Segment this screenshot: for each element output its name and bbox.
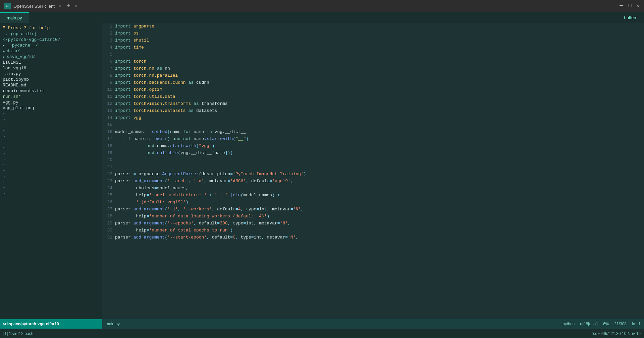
sidebar-tilde-13: ~ [0,179,102,185]
table-row: 30 help='number of total epochs to run') [102,227,644,234]
sidebar-tilde-11: ~ [0,168,102,174]
sidebar-tilde-5: ~ [0,134,102,139]
sidebar-item-plot-ipynb[interactable]: plot.ipynb [0,77,102,82]
sidebar-item-parent[interactable]: .. (up a dir) [0,31,102,37]
table-row: 13import torchvision.datasets as dataset… [102,107,644,114]
position-indicator: 21/308 [614,322,627,326]
table-row: 19 and callable(vgg.__dict__[name])) [102,149,644,156]
editor-area: " Press ? for help .. (up a dir) </pytor… [0,23,644,319]
window-controls: — □ ✕ [620,3,640,9]
tabbar: main.py buffers [0,12,644,23]
table-row: 4import time [102,44,644,51]
minimize-button[interactable]: — [620,3,623,9]
sidebar-hint: " Press ? for help [0,25,102,31]
table-row: 12import torchvision.transforms as trans… [102,100,644,107]
sidebar-tilde-8: ~ [0,151,102,156]
sidebar-item-save-vgg16[interactable]: save_vgg16/ [0,54,102,60]
sidebar-tilde-15: ~ [0,191,102,196]
sidebar-tilde-14: ~ [0,185,102,191]
table-row: 9import torch.backends.cudnn as cudnn [102,79,644,86]
tab-info: [1] 1:vim* 2:bash- [3,331,35,336]
table-row: 1import argparse [102,23,644,30]
new-tab-button[interactable]: + [65,3,72,9]
sidebar-item-pycache[interactable]: __pycache__/ [0,43,102,48]
sidebar-item-readme[interactable]: README.md [0,82,102,88]
table-row: 8import torch.nn.parallel [102,72,644,79]
table-row: 3import shutil [102,37,644,44]
tab-label: main.py [7,15,22,20]
sidebar-item-current-dir: </pytorch-vgg-cifar10/ [0,37,102,43]
titlebar: S OpenSSH SSH client ✕ + ∨ — □ ✕ [0,0,644,12]
sidebar-tilde-9: ~ [0,156,102,162]
sidebar-tilde-6: ~ [0,139,102,145]
table-row: 21 [102,163,644,171]
table-row: 27parser.add_argument('-j', '--workers',… [102,206,644,213]
sidebar-item-vgg-py[interactable]: vgg.py [0,99,102,105]
table-row: 29parser.add_argument('--epochs', defaul… [102,220,644,227]
table-row: 24 choices=model_names, [102,185,644,192]
code-editor[interactable]: 1import argparse 2import os 3import shut… [102,23,644,319]
table-row: 7import torch.nn as nn [102,65,644,72]
tab-main-py[interactable]: main.py [0,12,29,23]
sidebar-item-log-vgg16[interactable]: log_vgg16 [0,65,102,71]
sidebar-item-vgg-plot[interactable]: vgg_plot.png [0,105,102,111]
column-indicator: ln : 1 [632,322,641,326]
encoding-indicator: utf-8[unix] [580,322,598,326]
sidebar-item-run-sh[interactable]: run.sh* [0,94,102,99]
sidebar-item-requirements[interactable]: requirements.txt [0,88,102,94]
lower-status-bar: <rkspace/pytorch-vgg-cifar10 main.py pyt… [0,319,644,329]
sidebar-tilde-1: ~ [0,111,102,117]
sidebar-item-license[interactable]: LICENSE [0,60,102,65]
sidebar-path: <rkspace/pytorch-vgg-cifar10 [0,319,102,329]
editor-status-bar: main.py python utf-8[unix] 6% 21/308 ln … [102,319,644,329]
tab-close-button[interactable]: ✕ [57,3,63,9]
sidebar-tilde-7: ~ [0,145,102,151]
table-row: 22parser = argparse.ArgumentParser(descr… [102,171,644,178]
close-button[interactable]: ✕ [637,3,640,9]
table-row: 10import torch.optim [102,86,644,93]
sidebar-tilde-10: ~ [0,162,102,168]
editor-status-info: python utf-8[unix] 6% 21/308 ln : 1 [562,322,641,326]
table-row: 2import os [102,30,644,37]
table-row: 26 ' (default: vgg19)') [102,199,644,206]
table-row: 16model_names = sorted(name for name in … [102,128,644,135]
sidebar-tilde-3: ~ [0,122,102,128]
editor-filename: main.py [106,322,120,326]
sidebar-tilde-2: ~ [0,117,102,122]
table-row: 17 if name.islower() and not name.starts… [102,135,644,142]
code-lines: 1import argparse 2import os 3import shut… [102,23,644,241]
table-row: 11import torch.utils.data [102,93,644,100]
app-icon: S [4,3,11,9]
filetype-indicator: python [562,322,575,326]
bottom-bar: [1] 1:vim* 2:bash- "ss7049c" 21:30 10-No… [0,329,644,338]
table-row: 31parser.add_argument('--start-epoch', d… [102,234,644,241]
sidebar-path-text: <rkspace/pytorch-vgg-cifar10 [3,322,59,326]
session-info: "ss7049c" 21:30 10-Nov-19 [592,331,641,336]
buffers-button[interactable]: buffers [617,12,644,23]
sidebar-tilde-4: ~ [0,128,102,134]
progress-indicator: 6% [603,322,609,326]
window-title: OpenSSH SSH client [13,4,55,9]
table-row: 23parser.add_argument('--arch', '-a', me… [102,178,644,185]
sidebar-item-main-py[interactable]: main.py [0,71,102,77]
tab-dropdown-button[interactable]: ∨ [74,3,77,9]
file-tree-sidebar: " Press ? for help .. (up a dir) </pytor… [0,23,102,319]
table-row: 20 [102,156,644,163]
table-row: 5 [102,51,644,58]
maximize-button[interactable]: □ [628,3,632,9]
table-row: 25 help='model architecture: ' + ' | '.j… [102,192,644,199]
table-row: 6import torch [102,58,644,65]
table-row: 15 [102,121,644,128]
table-row: 28 help='number of data loading workers … [102,213,644,220]
table-row: 18 and name.startswith("vgg") [102,142,644,149]
sidebar-tilde-12: ~ [0,174,102,179]
sidebar-item-data[interactable]: data/ [0,48,102,54]
table-row: 14import vgg [102,114,644,121]
